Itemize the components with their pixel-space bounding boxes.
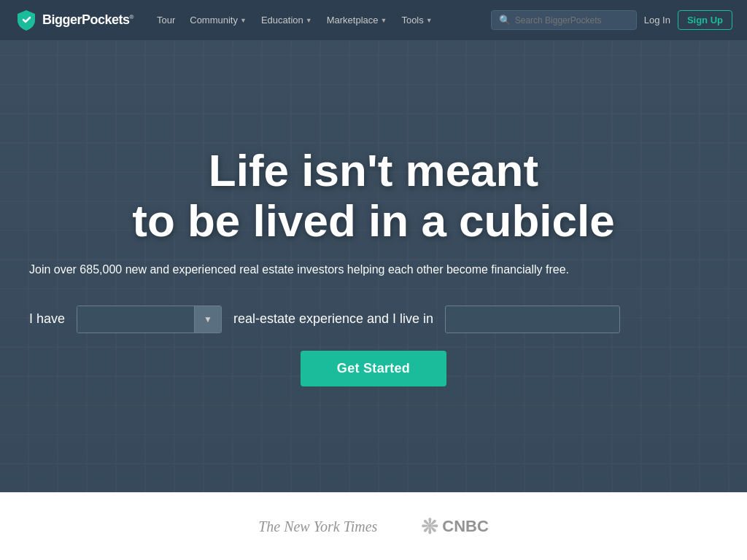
nav-marketplace[interactable]: Marketplace ▼ xyxy=(321,10,393,30)
hero-headline: Life isn't meant to be lived in a cubicl… xyxy=(29,146,718,245)
navbar: BiggerPockets® Tour Community ▼ Educatio… xyxy=(0,0,747,40)
marketplace-dropdown-arrow: ▼ xyxy=(380,17,387,24)
search-icon: 🔍 xyxy=(499,15,511,26)
tools-dropdown-arrow: ▼ xyxy=(426,17,433,24)
navbar-links: Tour Community ▼ Education ▼ Marketplace… xyxy=(151,10,491,30)
login-button[interactable]: Log In xyxy=(644,15,670,26)
nav-tour[interactable]: Tour xyxy=(151,10,181,30)
experience-select-wrapper[interactable]: ▼ xyxy=(77,306,222,333)
press-bar: The New York Times ❊ CNBC xyxy=(0,492,747,560)
education-dropdown-arrow: ▼ xyxy=(306,17,312,24)
get-started-button[interactable]: Get Started xyxy=(301,351,446,386)
cnbc-logo: ❊ CNBC xyxy=(421,515,489,539)
nav-community[interactable]: Community ▼ xyxy=(184,10,252,30)
search-input[interactable] xyxy=(515,15,629,26)
cnbc-peacock-icon: ❊ xyxy=(421,515,438,539)
signup-button[interactable]: Sign Up xyxy=(678,10,732,30)
nav-tools[interactable]: Tools ▼ xyxy=(395,10,438,30)
form-label-1: I have xyxy=(29,311,65,327)
logo-text: BiggerPockets® xyxy=(42,12,133,28)
navbar-right: 🔍 Log In Sign Up xyxy=(491,10,732,30)
logo-icon xyxy=(15,9,38,32)
experience-select-input[interactable] xyxy=(77,306,194,332)
nyt-logo: The New York Times xyxy=(258,518,377,535)
nav-education[interactable]: Education ▼ xyxy=(255,10,318,30)
logo[interactable]: BiggerPockets® xyxy=(15,9,133,32)
hero-content: Life isn't meant to be lived in a cubicl… xyxy=(29,146,718,386)
form-label-2: real-estate experience and I live in xyxy=(233,311,433,327)
search-box[interactable]: 🔍 xyxy=(491,10,637,30)
cta-wrapper: Get Started xyxy=(29,351,718,386)
hero-section: Life isn't meant to be lived in a cubicl… xyxy=(0,40,747,492)
location-input[interactable] xyxy=(445,306,620,333)
hero-form: I have ▼ real-estate experience and I li… xyxy=(29,306,718,333)
community-dropdown-arrow: ▼ xyxy=(240,17,247,24)
experience-dropdown-button[interactable]: ▼ xyxy=(194,306,221,332)
hero-subtext: Join over 685,000 new and experienced re… xyxy=(29,263,718,276)
